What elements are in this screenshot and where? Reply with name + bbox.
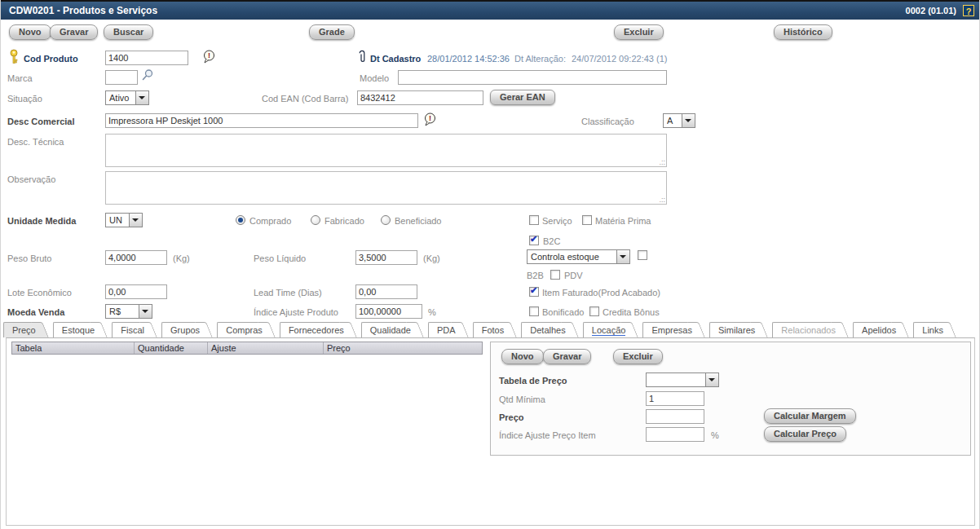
column-header-tabela[interactable]: Tabela: [12, 342, 135, 354]
pdv-label: PDV: [564, 271, 583, 280]
desc-comercial-label: Desc Comercial: [7, 117, 75, 126]
paperclip-icon: [357, 50, 367, 64]
chevron-down-icon: [135, 91, 148, 104]
fabricado-radio[interactable]: [311, 215, 320, 225]
tab-fiscal[interactable]: Fiscal: [112, 322, 148, 337]
tabela-preco-select[interactable]: [646, 373, 719, 387]
dt-alteracao-value: 24/07/2012 09:22:43 (1): [572, 54, 667, 64]
b2c-label: B2C: [543, 236, 560, 246]
item-faturado-checkbox[interactable]: [529, 287, 539, 297]
svg-text:!: !: [208, 51, 210, 60]
unidade-medida-select[interactable]: UN: [105, 213, 143, 227]
qtd-minima-input[interactable]: [646, 391, 704, 406]
tab-bar: Preço Estoque Fiscal Grupos Compras Forn…: [3, 322, 958, 337]
resize-grip-icon[interactable]: .::: [659, 159, 665, 166]
lead-time-label: Lead Time (Dias): [254, 288, 322, 298]
tab-empresas[interactable]: Empresas: [642, 322, 695, 337]
cod-ean-input[interactable]: [357, 90, 483, 105]
tab-apelidos[interactable]: Apelidos: [853, 322, 899, 337]
bonificado-checkbox[interactable]: [529, 306, 539, 316]
cod-produto-input[interactable]: [105, 51, 188, 65]
desc-comercial-input[interactable]: [105, 113, 418, 128]
tab-grupos[interactable]: Grupos: [161, 322, 203, 337]
peso-bruto-input[interactable]: [105, 250, 167, 265]
indice-ajuste-unit: %: [428, 307, 436, 317]
marca-label: Marca: [7, 73, 33, 83]
item-faturado-label: Item Faturado(Prod Acabado): [542, 288, 660, 298]
gerar-ean-button[interactable]: Gerar EAN: [490, 90, 555, 105]
tab-fotos[interactable]: Fotos: [473, 322, 508, 337]
magnifier-icon[interactable]: [141, 68, 154, 82]
help-question-icon[interactable]: ?: [963, 5, 974, 16]
desc-tecnica-textarea[interactable]: .::: [105, 134, 667, 167]
peso-liquido-unit: (Kg): [423, 253, 440, 263]
comprado-radio[interactable]: [236, 215, 245, 225]
peso-liquido-label: Peso Líquido: [254, 253, 306, 263]
novo-button[interactable]: Novo: [9, 24, 51, 40]
marca-input[interactable]: [105, 70, 138, 85]
credita-bonus-checkbox[interactable]: [589, 306, 599, 316]
tab-relacionados[interactable]: Relacionados: [772, 322, 839, 337]
warning-balloon-icon[interactable]: !: [423, 112, 437, 127]
column-header-quantidade[interactable]: Quantidade: [135, 342, 208, 354]
indice-ajuste-input[interactable]: [355, 304, 422, 319]
situacao-label: Situação: [7, 94, 42, 104]
cod-produto-label: Cod Produto: [24, 54, 78, 64]
credita-bonus-label: Credita Bônus: [603, 307, 660, 317]
column-header-ajuste[interactable]: Ajuste: [208, 342, 324, 354]
svg-text:!: !: [429, 114, 431, 122]
tab-similares[interactable]: Similares: [709, 322, 758, 337]
tab-detalhes[interactable]: Detalhes: [521, 322, 568, 337]
comprado-label: Comprado: [249, 216, 291, 226]
tab-qualidade[interactable]: Qualidade: [361, 322, 414, 337]
panel-gravar-button[interactable]: Gravar: [543, 349, 591, 364]
panel-preco-label: Preço: [499, 412, 524, 422]
lead-time-input[interactable]: [355, 284, 417, 299]
dt-alteracao-label: Dt Alteração:: [514, 54, 566, 64]
gravar-button[interactable]: Gravar: [50, 24, 98, 40]
key-icon: [7, 49, 20, 65]
resize-grip-icon[interactable]: .::: [659, 196, 665, 204]
modelo-input[interactable]: [398, 70, 667, 85]
excluir-button[interactable]: Excluir: [614, 24, 664, 40]
tab-estoque[interactable]: Estoque: [53, 322, 98, 337]
panel-novo-button[interactable]: Novo: [501, 349, 544, 364]
column-header-preco[interactable]: Preço: [324, 342, 482, 354]
tab-fornecedores[interactable]: Fornecedores: [280, 322, 347, 337]
pdv-checkbox[interactable]: [550, 270, 560, 280]
historico-button[interactable]: Histórico: [774, 24, 832, 40]
buscar-button[interactable]: Buscar: [104, 24, 153, 40]
tab-links[interactable]: Links: [913, 322, 947, 337]
controla-estoque-select[interactable]: Controla estoque: [527, 249, 630, 264]
indice-item-label: Índice Ajuste Preço Item: [499, 430, 596, 440]
lote-economico-input[interactable]: [105, 284, 167, 299]
panel-preco-input[interactable]: [646, 409, 704, 424]
controla-estoque-checkbox[interactable]: [638, 250, 647, 260]
servico-checkbox[interactable]: [529, 215, 539, 225]
observacao-textarea[interactable]: .::: [105, 171, 667, 205]
dt-cadastro-label: Dt Cadastro: [370, 54, 421, 64]
grade-button[interactable]: Grade: [309, 24, 355, 40]
bonificado-label: Bonificado: [542, 307, 584, 317]
price-edit-panel: Novo Gravar Excluir Tabela de Preço Qtd …: [490, 342, 971, 456]
classificacao-select[interactable]: A: [663, 113, 695, 128]
chevron-down-icon: [139, 305, 152, 318]
calcular-preco-button[interactable]: Calcular Preço: [764, 426, 846, 442]
tab-compras[interactable]: Compras: [217, 322, 266, 337]
b2c-checkbox[interactable]: [529, 236, 539, 245]
tab-pda[interactable]: PDA: [428, 322, 459, 337]
beneficiado-radio[interactable]: [381, 215, 391, 225]
panel-excluir-button[interactable]: Excluir: [613, 349, 663, 364]
materia-prima-label: Matéria Prima: [595, 216, 651, 226]
warning-balloon-icon[interactable]: !: [202, 50, 216, 64]
peso-liquido-input[interactable]: [355, 250, 417, 265]
title-bar: CDW0201 - Produtos e Serviços 0002 (01.0…: [1, 0, 979, 20]
indice-item-input[interactable]: [646, 427, 704, 442]
indice-item-percent: %: [711, 430, 719, 440]
moeda-venda-select[interactable]: R$: [105, 304, 152, 319]
tab-locacao[interactable]: Locação: [583, 322, 629, 337]
calcular-margem-button[interactable]: Calcular Margem: [764, 408, 856, 424]
materia-prima-checkbox[interactable]: [582, 215, 592, 225]
tab-preco[interactable]: Preço: [3, 322, 39, 337]
situacao-select[interactable]: Ativo: [105, 90, 149, 105]
